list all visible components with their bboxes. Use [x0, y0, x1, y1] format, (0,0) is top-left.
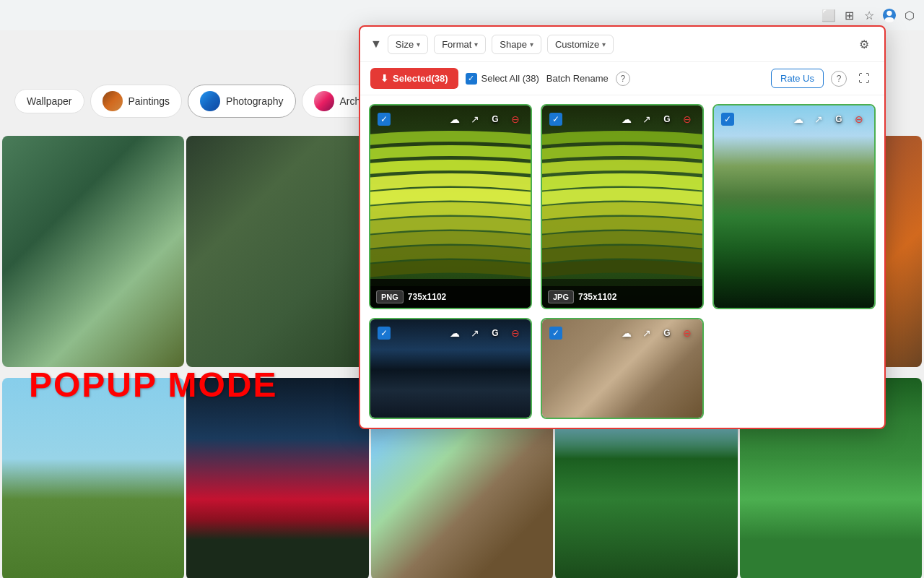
card-4-delete-icon[interactable]: ⊖ — [507, 325, 523, 341]
card-2-actions: ☁ ↗ G ⊖ — [619, 111, 695, 127]
bg-tile-shrine — [186, 378, 368, 578]
download-icon: ⬇ — [380, 73, 388, 84]
card-2-image — [542, 105, 702, 308]
card-1-actions: ☁ ↗ G ⊖ — [447, 111, 523, 127]
paintings-avatar — [103, 91, 123, 111]
selected-download-button[interactable]: ⬇ Selected(38) — [370, 68, 458, 89]
bg-tile-garden — [2, 136, 184, 367]
category-wallpaper[interactable]: Wallpaper — [14, 89, 84, 113]
card-5-actions: ☁ ↗ G ⊖ — [619, 325, 695, 341]
architecture-avatar — [314, 91, 334, 111]
selected-count-label: Selected(38) — [393, 73, 448, 84]
card-3-google-icon[interactable]: G — [831, 111, 847, 127]
card-5-share-icon[interactable]: ↗ — [639, 325, 655, 341]
star-icon[interactable]: ☆ — [862, 8, 876, 22]
image-grid: ✓ ☁ ↗ G ⊖ — [360, 95, 884, 428]
help-icon-1[interactable]: ? — [616, 72, 630, 86]
customize-filter-btn[interactable]: Customize ▾ — [547, 35, 614, 54]
select-all-area[interactable]: ✓ Select All (38) — [466, 73, 539, 85]
customize-filter-label: Customize — [555, 39, 599, 50]
shape-filter-label: Shape — [500, 39, 527, 50]
action-row: ⬇ Selected(38) ✓ Select All (38) Batch R… — [360, 62, 884, 95]
category-photography[interactable]: Photography — [188, 85, 295, 118]
card-2-dimensions: 735x1102 — [578, 292, 616, 302]
card-4-google-icon[interactable]: G — [487, 325, 503, 341]
svg-point-1 — [886, 11, 892, 16]
category-paintings-label: Paintings — [128, 95, 170, 107]
card-2-footer: JPG 735x1102 — [542, 286, 702, 308]
card-2-upload-icon[interactable]: ☁ — [619, 111, 635, 127]
card-2-delete-icon[interactable]: ⊖ — [679, 111, 695, 127]
card-1-share-icon[interactable]: ↗ — [467, 111, 483, 127]
card-4-share-icon[interactable]: ↗ — [467, 325, 483, 341]
category-wallpaper-label: Wallpaper — [27, 95, 72, 107]
card-5-upload-icon[interactable]: ☁ — [619, 325, 635, 341]
card-4-header: ✓ ☁ ↗ G ⊖ — [370, 319, 531, 347]
card-3-image — [714, 105, 874, 308]
size-chevron-icon: ▾ — [417, 40, 420, 48]
translate-icon[interactable]: ⊞ — [842, 8, 856, 22]
batch-rename-btn[interactable]: Batch Rename — [546, 73, 609, 84]
category-photography-label: Photography — [226, 95, 283, 107]
card-4-actions: ☁ ↗ G ⊖ — [447, 325, 523, 341]
help-icon-2[interactable]: ? — [831, 71, 847, 87]
card-2-google-icon[interactable]: G — [659, 111, 675, 127]
card-1-google-icon[interactable]: G — [487, 111, 503, 127]
card-1-footer: PNG 735x1102 — [370, 286, 531, 308]
bg-tile-arch1 — [186, 136, 368, 367]
profile-icon[interactable] — [882, 8, 897, 22]
card-3-checkbox[interactable]: ✓ — [721, 113, 734, 126]
settings-button[interactable]: ⚙ — [854, 34, 874, 54]
photography-avatar — [200, 91, 220, 111]
screen-share-icon[interactable]: ⬜ — [821, 8, 836, 22]
card-4-upload-icon[interactable]: ☁ — [447, 325, 463, 341]
format-filter-label: Format — [442, 39, 471, 50]
card-3-actions: ☁ ↗ G ⊖ — [790, 111, 867, 127]
card-1-header: ✓ ☁ ↗ G ⊖ — [370, 105, 531, 133]
image-card-3: ✓ ☁ ↗ G ⊖ — [712, 104, 876, 309]
card-5-checkbox[interactable]: ✓ — [549, 327, 562, 340]
image-card-4: ✓ ☁ ↗ G ⊖ — [369, 318, 532, 419]
extension-icon[interactable]: ⬡ — [902, 8, 917, 22]
card-1-dimensions: 735x1102 — [408, 292, 446, 302]
card-5-header: ✓ ☁ ↗ G ⊖ — [542, 319, 702, 347]
card-1-delete-icon[interactable]: ⊖ — [507, 111, 523, 127]
select-all-checkbox[interactable]: ✓ — [466, 73, 477, 85]
card-4-checkbox[interactable]: ✓ — [378, 327, 391, 340]
image-card-2: ✓ ☁ ↗ G ⊖ — [541, 104, 704, 309]
card-1-format: PNG — [376, 290, 404, 303]
shape-filter-btn[interactable]: Shape ▾ — [492, 35, 541, 54]
size-filter-label: Size — [396, 39, 414, 50]
card-2-header: ✓ ☁ ↗ G ⊖ — [542, 105, 702, 133]
card-2-checkbox[interactable]: ✓ — [549, 113, 562, 126]
customize-chevron-icon: ▾ — [602, 40, 606, 48]
card-2-share-icon[interactable]: ↗ — [639, 111, 655, 127]
select-all-label: Select All (38) — [481, 73, 539, 84]
card-1-upload-icon[interactable]: ☁ — [447, 111, 463, 127]
filter-icon: ▼ — [370, 38, 382, 51]
bg-tile-sky — [2, 378, 184, 578]
size-filter-btn[interactable]: Size ▾ — [388, 35, 428, 54]
card-1-image — [370, 105, 531, 308]
svg-point-2 — [885, 17, 894, 22]
shape-chevron-icon: ▾ — [530, 40, 533, 48]
card-3-delete-icon[interactable]: ⊖ — [851, 111, 867, 127]
toolbar: ▼ Size ▾ Format ▾ Shape ▾ Customize ▾ ⚙ — [360, 27, 884, 62]
image-card-1: ✓ ☁ ↗ G ⊖ — [369, 104, 532, 309]
card-3-upload-icon[interactable]: ☁ — [790, 111, 806, 127]
category-paintings[interactable]: Paintings — [90, 85, 183, 118]
format-chevron-icon: ▾ — [474, 40, 478, 48]
card-3-header: ✓ ☁ ↗ G ⊖ — [714, 105, 874, 133]
popup-panel: ▼ Size ▾ Format ▾ Shape ▾ Customize ▾ ⚙ … — [359, 25, 886, 429]
card-5-delete-icon[interactable]: ⊖ — [679, 325, 695, 341]
card-5-google-icon[interactable]: G — [659, 325, 675, 341]
card-3-share-icon[interactable]: ↗ — [811, 111, 827, 127]
card-2-format: JPG — [548, 290, 574, 303]
image-card-5: ✓ ☁ ↗ G ⊖ — [541, 318, 704, 419]
format-filter-btn[interactable]: Format ▾ — [434, 35, 486, 54]
card-1-checkbox[interactable]: ✓ — [378, 113, 391, 126]
rate-us-button[interactable]: Rate Us — [771, 69, 824, 88]
popup-mode-label: POPUP MODE — [29, 365, 278, 405]
expand-button[interactable]: ⛶ — [854, 69, 874, 89]
